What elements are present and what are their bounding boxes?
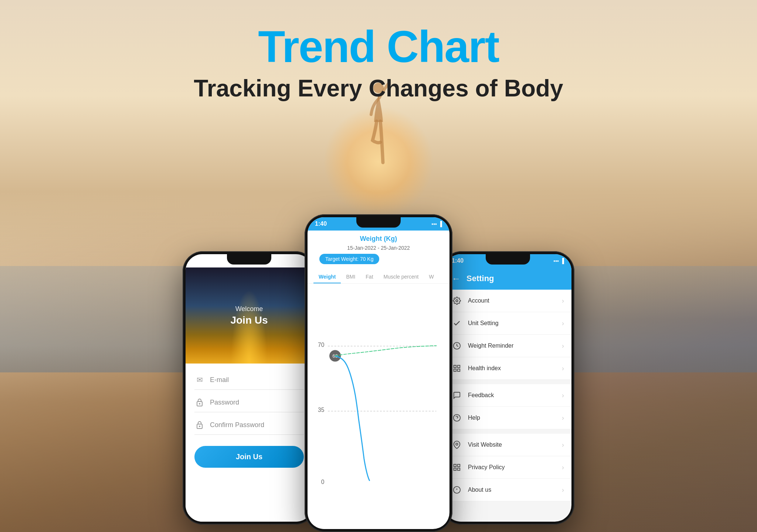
email-label: E-mail bbox=[210, 376, 229, 384]
chevron-feedback: › bbox=[562, 392, 564, 399]
svg-rect-21 bbox=[454, 464, 456, 467]
back-button[interactable]: ← bbox=[452, 273, 461, 284]
time-right: 1:40 bbox=[452, 258, 464, 264]
wifi-icon-center: ▪▪▪ bbox=[431, 221, 437, 227]
feedback-label: Feedback bbox=[468, 392, 556, 399]
chevron-privacy: › bbox=[562, 464, 564, 471]
chevron-help: › bbox=[562, 414, 564, 422]
lock-confirm-icon bbox=[194, 420, 205, 430]
chevron-account: › bbox=[562, 297, 564, 305]
svg-rect-23 bbox=[454, 468, 456, 470]
clock-icon bbox=[452, 341, 462, 351]
separator-2 bbox=[444, 429, 571, 434]
svg-rect-17 bbox=[458, 369, 460, 371]
settings-item-health[interactable]: Health index › bbox=[444, 357, 571, 380]
status-icons-right: ▪▪▪ ▐ bbox=[553, 258, 564, 264]
unit-setting-label: Unit Setting bbox=[468, 320, 556, 327]
svg-rect-14 bbox=[454, 365, 456, 368]
tab-w[interactable]: W bbox=[424, 271, 439, 283]
separator-1 bbox=[444, 380, 571, 384]
svg-text:70: 70 bbox=[318, 342, 325, 348]
settings-item-feedback[interactable]: Feedback › bbox=[444, 384, 571, 407]
privacy-label: Privacy Policy bbox=[468, 464, 556, 471]
settings-screen: 1:40 ▪▪▪ ▐ ← Setting bbox=[444, 254, 571, 522]
tab-fat[interactable]: Fat bbox=[360, 271, 378, 283]
help-label: Help bbox=[468, 415, 556, 421]
hero-section: Trend Chart Tracking Every Changes of Bo… bbox=[0, 0, 757, 102]
website-label: Visit Website bbox=[468, 441, 556, 448]
password-field[interactable]: Password bbox=[194, 397, 304, 412]
wifi-icon-right: ▪▪▪ bbox=[553, 258, 559, 264]
check-icon bbox=[452, 318, 462, 328]
svg-point-20 bbox=[456, 443, 458, 445]
target-badge: Target Weight: 70 Kg bbox=[319, 254, 379, 264]
account-label: Account bbox=[468, 297, 556, 304]
chart-svg: 70 35 0 63 bbox=[313, 291, 444, 525]
login-screen: 1:33 ▪▪▪ ▐ Welcome Join Us ✉ E-mail bbox=[186, 254, 313, 522]
help-icon bbox=[452, 413, 462, 423]
reminder-label: Weight Reminder bbox=[468, 342, 556, 349]
chart-date-range: 15-Jan-2022 - 25-Jan-2022 bbox=[308, 245, 449, 251]
status-icons-left: ▪▪▪ ▐ bbox=[295, 258, 305, 264]
status-icons-center: ▪▪▪ ▐ bbox=[431, 221, 442, 227]
settings-item-about[interactable]: About us › bbox=[444, 479, 571, 501]
feedback-icon bbox=[452, 390, 462, 400]
time-center: 1:40 bbox=[315, 221, 327, 227]
chevron-reminder: › bbox=[562, 342, 564, 350]
phones-container: 1:33 ▪▪▪ ▐ Welcome Join Us ✉ E-mail bbox=[0, 214, 757, 532]
login-form: ✉ E-mail Password bbox=[186, 364, 313, 522]
svg-point-12 bbox=[456, 300, 458, 302]
phone-left: 1:33 ▪▪▪ ▐ Welcome Join Us ✉ E-mail bbox=[183, 251, 316, 525]
svg-point-4 bbox=[199, 426, 200, 427]
location-icon bbox=[452, 440, 462, 450]
settings-item-reminder[interactable]: Weight Reminder › bbox=[444, 335, 571, 357]
login-welcome: Welcome bbox=[235, 305, 263, 313]
tab-muscle[interactable]: Muscle percent bbox=[378, 271, 424, 283]
settings-item-account[interactable]: Account › bbox=[444, 290, 571, 312]
settings-header: ← Setting bbox=[444, 267, 571, 290]
chart-screen: 1:40 ▪▪▪ ▐ Weight (Kg) 15-Jan-2022 - 25-… bbox=[308, 217, 449, 529]
svg-text:35: 35 bbox=[318, 407, 325, 413]
health-label: Health index bbox=[468, 365, 556, 372]
email-field[interactable]: ✉ E-mail bbox=[194, 375, 304, 390]
phone-right-screen: 1:40 ▪▪▪ ▐ ← Setting bbox=[444, 254, 571, 522]
notch-right bbox=[486, 254, 530, 265]
battery-icon-right: ▐ bbox=[560, 258, 564, 264]
notch-left bbox=[227, 254, 271, 265]
chevron-about: › bbox=[562, 486, 564, 494]
svg-point-2 bbox=[199, 403, 200, 405]
chevron-health: › bbox=[562, 365, 564, 372]
confirm-password-label: Confirm Password bbox=[210, 421, 264, 429]
login-join-title: Join Us bbox=[230, 314, 268, 326]
join-button[interactable]: Join Us bbox=[194, 446, 304, 468]
health-icon bbox=[452, 363, 462, 374]
login-hero-bg: Welcome Join Us bbox=[186, 267, 313, 364]
settings-item-privacy[interactable]: Privacy Policy › bbox=[444, 456, 571, 479]
chart-tabs: Weight BMI Fat Muscle percent W bbox=[308, 271, 449, 284]
svg-rect-16 bbox=[454, 369, 456, 371]
privacy-icon bbox=[452, 462, 462, 473]
settings-list: Account › Unit Setting › bbox=[444, 290, 571, 522]
tab-weight[interactable]: Weight bbox=[313, 271, 341, 283]
time-left: 1:33 bbox=[193, 258, 205, 264]
phone-center: 1:40 ▪▪▪ ▐ Weight (Kg) 15-Jan-2022 - 25-… bbox=[305, 214, 452, 532]
settings-item-unit[interactable]: Unit Setting › bbox=[444, 312, 571, 335]
settings-item-help[interactable]: Help › bbox=[444, 407, 571, 429]
confirm-password-field[interactable]: Confirm Password bbox=[194, 420, 304, 435]
password-label: Password bbox=[210, 399, 239, 406]
about-label: About us bbox=[468, 487, 556, 493]
svg-rect-22 bbox=[458, 464, 460, 467]
settings-item-website[interactable]: Visit Website › bbox=[444, 434, 571, 456]
gear-icon bbox=[452, 296, 462, 306]
tab-bmi[interactable]: BMI bbox=[341, 271, 360, 283]
chart-screen-title: Weight (Kg) bbox=[308, 231, 449, 245]
hero-title: Trend Chart bbox=[0, 22, 757, 71]
chevron-unit: › bbox=[562, 320, 564, 327]
email-icon: ✉ bbox=[194, 375, 205, 385]
battery-icon-center: ▐ bbox=[438, 221, 442, 227]
wifi-icon: ▪▪▪ bbox=[295, 258, 300, 264]
notch-center bbox=[356, 217, 401, 228]
phone-right: 1:40 ▪▪▪ ▐ ← Setting bbox=[441, 251, 574, 525]
about-icon bbox=[452, 485, 462, 495]
phone-left-screen: 1:33 ▪▪▪ ▐ Welcome Join Us ✉ E-mail bbox=[186, 254, 313, 522]
